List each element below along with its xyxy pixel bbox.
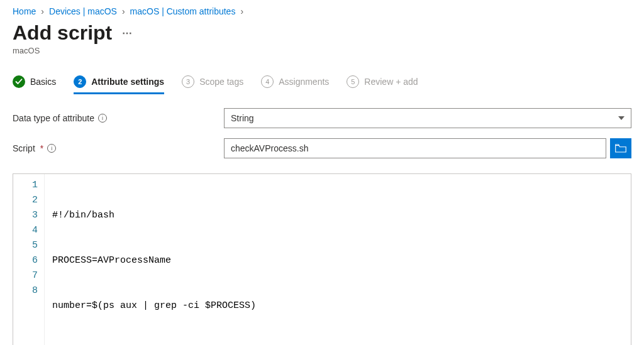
tab-label: Attribute settings	[91, 77, 164, 87]
chevron-right-icon: ›	[41, 6, 44, 16]
page-subtitle: macOS	[13, 46, 631, 55]
chevron-right-icon: ›	[122, 6, 125, 16]
step-number-icon: 5	[347, 75, 359, 88]
tab-label: Scope tags	[199, 77, 243, 87]
line-number: 2	[32, 193, 38, 208]
label-text: Data type of attribute	[13, 113, 94, 123]
more-menu-button[interactable]: ⋯	[122, 27, 133, 39]
browse-file-button[interactable]	[610, 138, 631, 158]
data-type-select[interactable]: String	[224, 108, 631, 128]
wizard-tabs: Basics 2 Attribute settings 3 Scope tags…	[13, 75, 631, 93]
page-title: Add script	[13, 21, 112, 45]
code-line: #!/bin/bash	[52, 208, 623, 223]
select-value: String	[231, 113, 254, 123]
breadcrumb-custom-attributes[interactable]: macOS | Custom attributes	[130, 6, 236, 16]
line-number: 7	[32, 268, 38, 283]
input-value: checkAVProcess.sh	[231, 143, 308, 153]
line-number: 6	[32, 253, 38, 268]
breadcrumb-devices[interactable]: Devices | macOS	[49, 6, 117, 16]
page-title-row: Add script ⋯	[13, 21, 631, 45]
code-line: PROCESS=AVProcessName	[52, 253, 623, 268]
breadcrumb-home[interactable]: Home	[13, 6, 36, 16]
info-icon[interactable]: i	[98, 114, 107, 123]
step-number-icon: 3	[182, 75, 194, 88]
line-number: 1	[32, 178, 38, 193]
line-number: 3	[32, 208, 38, 223]
row-script: Script * i checkAVProcess.sh	[13, 138, 631, 158]
script-label: Script * i	[13, 143, 214, 153]
line-number: 4	[32, 223, 38, 238]
data-type-label: Data type of attribute i	[13, 113, 214, 123]
line-number: 8	[32, 283, 38, 298]
tab-label: Basics	[30, 77, 56, 87]
tab-label: Assignments	[279, 77, 329, 87]
breadcrumb: Home › Devices | macOS › macOS | Custom …	[13, 6, 631, 16]
line-number-gutter: 1 2 3 4 5 6 7 8	[13, 174, 45, 345]
tab-scope-tags: 3 Scope tags	[182, 75, 243, 93]
folder-icon	[615, 144, 626, 153]
step-number-icon: 2	[74, 75, 86, 88]
tab-attribute-settings[interactable]: 2 Attribute settings	[74, 75, 164, 93]
required-asterisk: *	[40, 143, 43, 153]
row-data-type: Data type of attribute i String	[13, 108, 631, 128]
info-icon[interactable]: i	[47, 144, 56, 153]
checkmark-icon	[13, 75, 25, 88]
chevron-right-icon: ›	[240, 6, 243, 16]
chevron-down-icon	[618, 116, 625, 120]
code-line: number=$(ps aux | grep -ci $PROCESS)	[52, 298, 623, 314]
code-area[interactable]: #!/bin/bash PROCESS=AVProcessName number…	[45, 174, 631, 345]
step-number-icon: 4	[261, 75, 274, 88]
tab-label: Review + add	[364, 77, 418, 87]
script-editor[interactable]: 1 2 3 4 5 6 7 8 #!/bin/bash PROCESS=AVPr…	[13, 173, 631, 345]
line-number: 5	[32, 238, 38, 253]
script-filename-input[interactable]: checkAVProcess.sh	[224, 138, 606, 158]
label-text: Script	[13, 143, 35, 153]
tab-assignments: 4 Assignments	[261, 75, 329, 93]
tab-review-add: 5 Review + add	[347, 75, 418, 93]
tab-basics[interactable]: Basics	[13, 75, 56, 93]
